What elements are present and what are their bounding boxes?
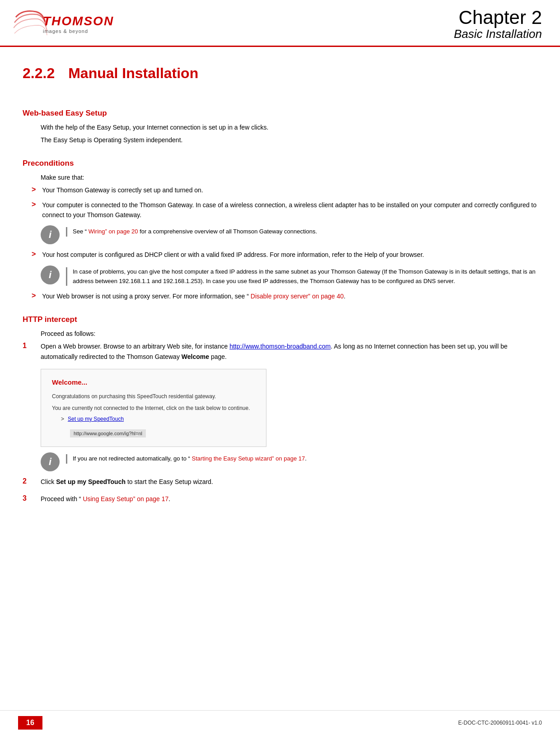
step-text-3: Proceed with “ Using Easy Setup” on page…	[41, 494, 170, 504]
info-icon-redirect: i	[41, 452, 60, 471]
http-intercept-intro: Proceed as follows:	[41, 329, 537, 339]
easy-setup-link: Using Easy Setup” on page 17	[83, 495, 168, 502]
info-box-1: i See “ Wiring” on page 20 for a compreh…	[41, 225, 537, 244]
info-text-redirect: If you are not redirected automatically,…	[66, 454, 307, 464]
section-title-row: 2.2.2 Manual Installation	[23, 60, 537, 95]
step-number-1: 1	[23, 342, 41, 350]
info-box-redirect: i If you are not redirected automaticall…	[41, 452, 537, 471]
step-number-2: 2	[23, 477, 41, 485]
step-text-1: Open a Web browser. Browse to an arbitra…	[41, 341, 537, 362]
speedtouch-bold: Set up my SpeedTouch	[56, 478, 126, 485]
page-footer: 16 E-DOC-CTC-20060911-0041- v1.0	[0, 710, 560, 735]
section-title: Manual Installation	[68, 65, 198, 82]
precondition-text-2: Your computer is connected to the Thomso…	[42, 200, 537, 220]
main-content: 2.2.2 Manual Installation Web-based Easy…	[0, 47, 560, 539]
browser-welcome-label: Welcome...	[52, 378, 255, 386]
bullet-arrow-2: >	[32, 200, 36, 209]
logo-tagline: images & beyond	[43, 28, 114, 34]
browser-url-wrapper: http://www.google.com/ig?hl=nl	[70, 426, 255, 437]
step-number-3: 3	[23, 494, 41, 502]
logo-area: THOMSON images & beyond	[14, 8, 114, 40]
preconditions-section: Preconditions Make sure that: > Your Tho…	[23, 159, 537, 302]
precondition-text-1: Your Thomson Gateway is correctly set up…	[42, 185, 203, 195]
chapter-area: Chapter 2 Basic Installation	[454, 8, 542, 41]
http-intercept-section: HTTP intercept Proceed as follows: 1 Ope…	[23, 315, 537, 504]
section-number: 2.2.2	[23, 65, 55, 82]
wizard-link: Starting the Easy Setup wizard” on page …	[192, 455, 305, 462]
step-2: 2 Click Set up my SpeedTouch to start th…	[23, 477, 537, 487]
browser-url-bar: http://www.google.com/ig?hl=nl	[70, 429, 146, 437]
info-text-1: See “ Wiring” on page 20 for a comprehen…	[66, 227, 317, 237]
info-icon-2: i	[41, 265, 60, 284]
chapter-subtitle: Basic Installation	[454, 27, 542, 41]
precondition-text-3: Your host computer is configured as DHCP…	[42, 250, 424, 260]
web-setup-section: Web-based Easy Setup With the help of th…	[23, 109, 537, 145]
bullet-arrow-1: >	[32, 186, 36, 194]
precondition-bullet-2: > Your computer is connected to the Thom…	[32, 200, 537, 220]
browser-mockup: Welcome... Congratulations on purchasing…	[41, 369, 266, 447]
precondition-bullet-1: > Your Thomson Gateway is correctly set …	[32, 185, 537, 195]
doc-id: E-DOC-CTC-20060911-0041- v1.0	[458, 720, 542, 726]
bullet-arrow-4: >	[32, 292, 36, 300]
http-intercept-heading: HTTP intercept	[23, 315, 537, 324]
precondition-bullet-4: > Your Web browser is not using a proxy …	[32, 291, 537, 301]
browser-setup-link: Set up my SpeedTouch	[68, 416, 124, 422]
info-link-1: Wiring” on page 20	[89, 228, 138, 235]
chapter-label: Chapter 2	[454, 8, 542, 27]
page-header: THOMSON images & beyond Chapter 2 Basic …	[0, 0, 560, 47]
preconditions-intro: Make sure that:	[41, 172, 537, 182]
step-text-2: Click Set up my SpeedTouch to start the …	[41, 477, 213, 487]
welcome-bold: Welcome	[182, 353, 209, 360]
precondition-text-4: Your Web browser is not using a proxy se…	[42, 291, 345, 301]
info-box-2: i In case of problems, you can give the …	[41, 265, 537, 286]
web-setup-heading: Web-based Easy Setup	[23, 109, 537, 118]
page-number: 16	[18, 716, 42, 730]
thomson-link[interactable]: http://www.thomson-broadband.com	[229, 343, 331, 350]
info-icon-1: i	[41, 225, 60, 244]
web-setup-line1: With the help of the Easy Setup, your In…	[41, 122, 537, 132]
logo-name: THOMSON	[43, 14, 114, 28]
browser-line2: You are currently not connected to the I…	[52, 404, 255, 412]
browser-link-row: > Set up my SpeedTouch	[61, 416, 255, 422]
info-text-2: In case of problems, you can give the ho…	[66, 267, 537, 286]
step-3: 3 Proceed with “ Using Easy Setup” on pa…	[23, 494, 537, 504]
bullet-arrow-3: >	[32, 250, 36, 258]
precondition-bullet-3: > Your host computer is configured as DH…	[32, 250, 537, 260]
step-1: 1 Open a Web browser. Browse to an arbit…	[23, 341, 537, 362]
preconditions-heading: Preconditions	[23, 159, 537, 168]
browser-bullet-arrow: >	[61, 416, 64, 422]
browser-line1: Congratulations on purchasing this Speed…	[52, 392, 255, 400]
web-setup-line2: The Easy Setup is Operating System indep…	[41, 135, 537, 145]
thomson-logo-graphic	[14, 8, 47, 40]
proxy-link: Disable proxy server” on page 40	[251, 293, 344, 300]
